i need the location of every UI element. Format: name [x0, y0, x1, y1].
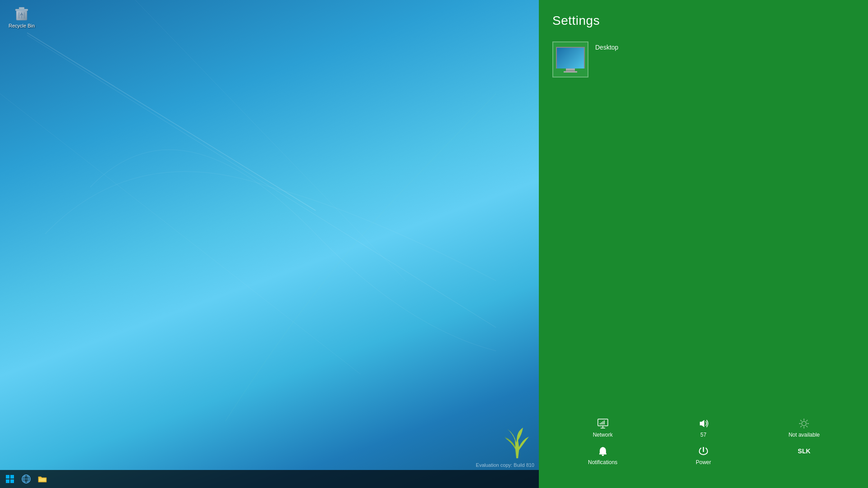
notifications-charm[interactable]: Notifications	[585, 445, 621, 465]
charms-row-1: Network 57	[552, 417, 854, 438]
explorer-taskbar-icon[interactable]	[35, 472, 50, 486]
brightness-charm[interactable]: Not available	[786, 417, 822, 438]
svg-rect-12	[6, 479, 9, 483]
svg-line-2	[135, 0, 406, 281]
language-charm[interactable]: SLK SLK	[786, 445, 822, 465]
network-charm[interactable]: Network	[585, 417, 621, 438]
svg-line-1	[27, 35, 496, 328]
desktop-tile-area: Desktop	[552, 41, 854, 78]
svg-line-0	[27, 33, 316, 211]
volume-charm[interactable]: 57	[685, 417, 721, 438]
monitor-thumbnail	[556, 47, 585, 68]
svg-rect-34	[599, 453, 606, 455]
svg-rect-10	[6, 475, 9, 479]
notifications-icon	[597, 445, 609, 457]
svg-line-3	[0, 94, 361, 374]
language-text: SLK	[798, 447, 810, 455]
svg-rect-11	[10, 475, 14, 479]
power-icon	[697, 445, 710, 457]
monitor-base	[564, 71, 577, 73]
ie-taskbar-icon[interactable]	[19, 472, 33, 486]
svg-rect-13	[10, 479, 14, 483]
desktop: Recycle Bin Evaluation copy: Build 810	[0, 0, 539, 488]
svg-rect-17	[39, 478, 46, 482]
charms-row-2: Notifications Power SLK SLK	[552, 445, 854, 465]
desktop-tile-label: Desktop	[595, 41, 618, 51]
settings-panel: Settings Desktop	[539, 0, 868, 488]
taskbar	[0, 470, 539, 488]
brightness-icon	[798, 417, 810, 430]
charms-bottom: Network 57	[552, 417, 854, 488]
language-icon: SLK	[798, 445, 810, 457]
power-charm[interactable]: Power	[685, 445, 721, 465]
recycle-bin-icon	[13, 4, 31, 22]
recycle-bin[interactable]: Recycle Bin	[7, 2, 37, 30]
svg-line-30	[800, 420, 802, 421]
brightness-label: Not available	[789, 432, 820, 438]
power-label: Power	[696, 459, 711, 465]
network-label: Network	[593, 432, 613, 438]
volume-icon	[697, 417, 710, 430]
start-button[interactable]	[2, 471, 18, 487]
volume-label: 57	[700, 432, 706, 438]
desktop-tile[interactable]	[552, 41, 588, 78]
settings-title: Settings	[552, 14, 854, 28]
svg-line-33	[800, 426, 802, 427]
eval-watermark: Evaluation copy: Build 810	[476, 462, 534, 468]
network-icon	[597, 417, 609, 430]
notifications-label: Notifications	[588, 459, 617, 465]
svg-line-32	[806, 420, 808, 421]
svg-rect-6	[19, 7, 24, 9]
svg-point-25	[802, 421, 806, 426]
recycle-bin-label: Recycle Bin	[9, 23, 35, 28]
svg-line-31	[806, 426, 808, 427]
